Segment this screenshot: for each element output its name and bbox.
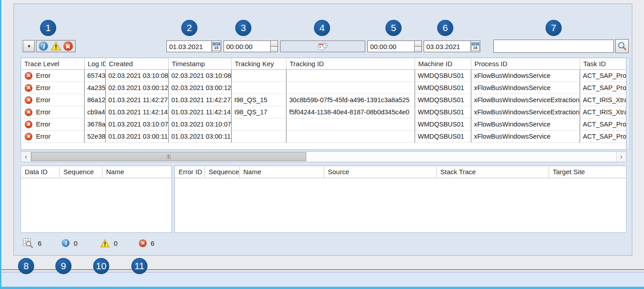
table-row[interactable]: Error 52e389 01.03.2021 03:00:11 01.03.2… [21, 131, 626, 143]
callout-10: 10 [93, 258, 109, 274]
created-value: 01.03.2021 03:10:07 [106, 118, 169, 131]
scrollbar-thumb[interactable] [31, 152, 306, 161]
tracking-id-value [286, 70, 415, 82]
time-from-field [224, 41, 278, 52]
machine-id-value: WMDQSBUS01 [415, 106, 471, 118]
calendar-clock-icon [318, 42, 328, 51]
timestamp-value: 02.03.2021 03:10:08 [169, 70, 232, 82]
warning-filter-icon[interactable] [51, 41, 61, 51]
warning-icon [100, 239, 110, 248]
process-id-value: xFlowBusWindowsService [471, 70, 580, 82]
tracking-id-value: 30c8b59b-07f5-45fd-a496-1391c3a8a525 [286, 94, 415, 106]
info-icon [62, 239, 70, 247]
callout-4: 4 [314, 20, 330, 36]
column-header-log-id[interactable]: Log ID [85, 58, 106, 70]
tracking-key-value [232, 131, 286, 143]
time-from-spinner[interactable] [270, 41, 277, 52]
task-id-value: ACT_SAP_Prod [580, 131, 626, 143]
created-value: 01.03.2021 11:42:14 [106, 106, 169, 118]
date-from-input[interactable] [167, 41, 211, 52]
log-viewer-panel: ▼ 15 [13, 4, 632, 256]
callout-5: 5 [385, 20, 402, 36]
info-filter-icon[interactable] [39, 41, 48, 51]
column-header-data-id[interactable]: Data ID [21, 166, 60, 178]
column-header-sequence[interactable]: Sequence [60, 166, 103, 178]
column-header-timestamp[interactable]: Timestamp [169, 58, 232, 70]
process-id-value: xFlowBusWindowsServiceExtraction [471, 94, 580, 106]
error-icon [25, 84, 32, 92]
table-row[interactable]: Error cb9a49 01.03.2021 11:42:14 01.03.2… [21, 106, 626, 118]
log-grid-header: Trace Level Log ID Created Timestamp Tra… [21, 58, 626, 70]
machine-id-value: WMDQSBUS01 [415, 94, 471, 106]
table-row[interactable]: Error 86a126 01.03.2021 11:42:27 01.03.2… [21, 94, 626, 106]
tracking-key-value: I98_QS_17 [232, 106, 286, 118]
column-header-name[interactable]: Name [103, 166, 172, 178]
column-header-source[interactable]: Source [324, 166, 437, 178]
column-header-stack-trace[interactable]: Stack Trace [437, 166, 549, 178]
column-header-machine-id[interactable]: Machine ID [415, 58, 471, 70]
error-icon [25, 121, 32, 128]
column-header-error-id[interactable]: Error ID [175, 166, 205, 178]
tracking-id-value: f5f04244-1138-40e4-8187-08b0d345c4e0 [286, 106, 415, 118]
machine-id-value: WMDQSBUS01 [415, 82, 471, 94]
date-to-calendar-button[interactable]: 15 [470, 41, 480, 52]
column-header-created[interactable]: Created [106, 58, 169, 70]
spinner-up-button[interactable] [271, 41, 277, 47]
created-value: 01.03.2021 03:00:11 [106, 131, 169, 143]
warning-count: 0 [114, 239, 117, 247]
error-detail-table: Error ID Sequence Name Source Stack Trac… [174, 166, 626, 233]
log-id-value: 52e389 [85, 131, 106, 143]
time-to-spinner[interactable] [414, 41, 421, 52]
machine-id-value: WMDQSBUS01 [415, 131, 471, 143]
column-header-trace-level[interactable]: Trace Level [21, 58, 85, 70]
datetime-reset-button[interactable] [280, 41, 365, 52]
status-counter-row: 6 0 0 6 [23, 237, 171, 249]
task-id-value: ACT_IRIS_Xtrac [580, 106, 626, 118]
column-header-name[interactable]: Name [240, 166, 324, 178]
column-header-target-site[interactable]: Target Site [549, 166, 626, 178]
error-icon [25, 108, 32, 116]
table-row[interactable]: Error 4a235e 02.03.2021 03:00:12 02.03.2… [21, 82, 626, 94]
spinner-down-button[interactable] [415, 47, 421, 52]
grid-horizontal-scrollbar[interactable]: ‹ › [21, 151, 626, 162]
application-window: ▼ 15 [0, 0, 644, 289]
date-to-input[interactable] [424, 41, 470, 52]
search-button[interactable] [615, 39, 629, 53]
search-input[interactable] [493, 40, 614, 53]
timestamp-value: 02.03.2021 03:00:12 [169, 82, 232, 94]
error-filter-icon[interactable] [63, 41, 73, 51]
spinner-up-button[interactable] [415, 41, 421, 47]
log-id-value: cb9a49 [85, 106, 106, 118]
time-to-input[interactable] [368, 41, 414, 52]
tracking-key-value [232, 70, 286, 82]
timestamp-value: 01.03.2021 03:00:11 [169, 131, 232, 143]
log-grid: Trace Level Log ID Created Timestamp Tra… [21, 58, 626, 150]
column-header-sequence[interactable]: Sequence [205, 166, 240, 178]
column-header-tracking-key[interactable]: Tracking Key [232, 58, 286, 70]
table-row[interactable]: Error 65743d 02.03.2021 03:10:08 02.03.2… [21, 70, 626, 82]
error-counter: 6 [139, 239, 171, 247]
table-row[interactable]: Error 3678a8 01.03.2021 03:10:07 01.03.2… [21, 118, 626, 131]
window-bottom-border [0, 287, 644, 289]
timestamp-value: 01.03.2021 03:10:07 [169, 118, 232, 131]
spinner-down-button[interactable] [271, 47, 277, 52]
error-detail-header: Error ID Sequence Name Source Stack Trac… [175, 166, 626, 178]
process-id-value: xFlowBusWindowsService [471, 82, 580, 94]
grid-vertical-scrollbar[interactable] [626, 58, 630, 150]
time-from-input[interactable] [224, 41, 270, 52]
scroll-right-arrow-icon[interactable]: › [616, 152, 626, 162]
trace-level-value: Error [36, 118, 50, 130]
date-from-calendar-button[interactable]: 15 [211, 41, 221, 52]
trace-level-value: Error [36, 70, 50, 81]
trace-level-dropdown-button[interactable]: ▼ [22, 40, 35, 52]
log-id-value: 86a126 [85, 94, 106, 106]
column-header-tracking-id[interactable]: Tracking ID [286, 58, 415, 70]
scroll-left-arrow-icon[interactable]: ‹ [21, 152, 31, 162]
log-id-value: 3678a8 [85, 118, 106, 131]
process-id-value: xFlowBusWindowsService [471, 131, 580, 143]
log-id-value: 4a235e [85, 82, 106, 94]
tracking-key-value [232, 82, 286, 94]
column-header-process-id[interactable]: Process ID [471, 58, 580, 70]
callout-8: 8 [18, 258, 34, 274]
column-header-task-id[interactable]: Task ID [580, 58, 626, 70]
